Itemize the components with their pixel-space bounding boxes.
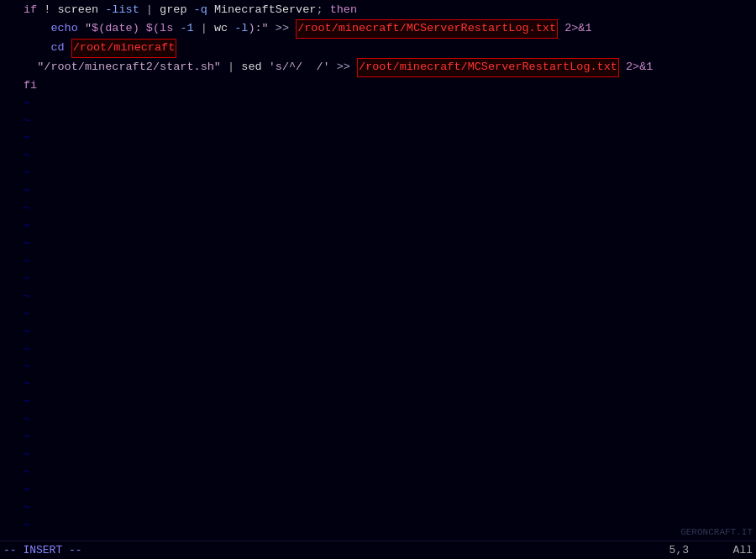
tilde-line: ~	[0, 129, 756, 147]
tilde-line: ~	[0, 358, 756, 376]
tilde-line: ~	[0, 324, 756, 341]
tilde-line: ~	[0, 200, 756, 218]
tilde-line: ~	[0, 393, 756, 411]
tilde-line: ~	[0, 182, 756, 200]
tilde-line: ~	[0, 429, 756, 446]
code-line-3: cd /root/minecraft	[0, 39, 756, 58]
tilde-line: ~	[0, 446, 756, 464]
code-line-2: echo "$(date) $(ls -1 | wc -l):" >> /roo…	[0, 19, 756, 39]
tilde-line: ~	[0, 341, 756, 359]
code-line-1: if ! screen -list | grep -q MinecraftSer…	[0, 2, 756, 19]
tilde-line: ~	[0, 113, 756, 130]
statusbar: -- INSERT -- 5,3 All	[0, 541, 756, 559]
tilde-line: ~	[0, 517, 756, 535]
code-line-5: fi	[0, 77, 756, 95]
watermark: GERONCRAFT.IT	[680, 527, 753, 537]
vim-mode: -- INSERT --	[0, 544, 82, 556]
tilde-line: ~	[0, 235, 756, 253]
tilde-line: ~	[0, 147, 756, 165]
tilde-line: ~	[0, 482, 756, 499]
tilde-line: ~	[0, 288, 756, 306]
tilde-line: ~	[0, 376, 756, 393]
tilde-line: ~	[0, 464, 756, 482]
editor[interactable]: if ! screen -list | grep -q MinecraftSer…	[0, 0, 756, 539]
tilde-line: ~	[0, 218, 756, 235]
code-line-4: "/root/minecraft2/start.sh" | sed 's/^/ …	[0, 58, 756, 77]
tilde-line: ~	[0, 306, 756, 324]
tilde-line: ~	[0, 95, 756, 113]
tilde-line: ~	[0, 271, 756, 288]
cursor-position: 5,3	[669, 544, 689, 556]
scroll-position: All	[733, 544, 753, 556]
tilde-line: ~	[0, 499, 756, 517]
tilde-line: ~	[0, 411, 756, 429]
tilde-line: ~	[0, 253, 756, 271]
tilde-line: ~	[0, 165, 756, 182]
